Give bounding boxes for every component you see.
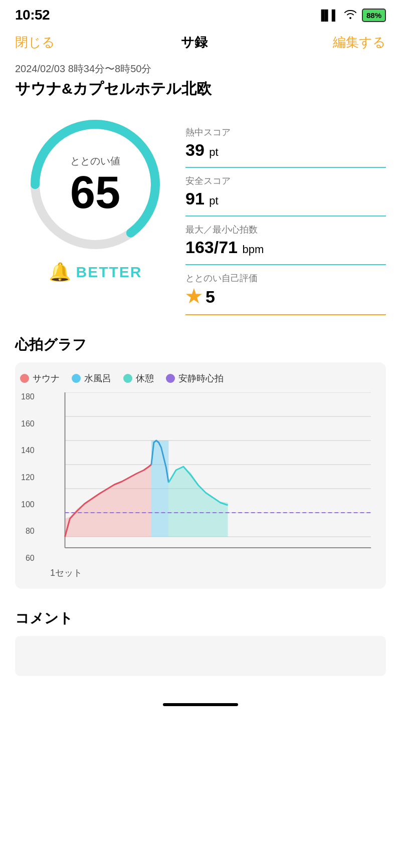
signal-icon: ▐▌▌ [317,10,339,21]
graph-area: 180 160 140 120 100 80 60 [50,392,376,563]
main-content: 2024/02/03 8時34分〜8時50分 サウナ&カプセルホテル北欧 ととの… [0,57,401,315]
bell-icon: 🔔 [49,262,71,283]
wifi-icon [344,9,357,22]
legend-heartrate: 安静時心拍 [166,372,224,384]
nav-bar: 閉じる サ録 編集する [0,27,401,57]
rating-number: 5 [206,287,215,307]
stat-heartrate-value: 163/71 bpm [185,238,386,257]
y-label-160: 160 [21,419,35,428]
stat-heat-label: 熱中スコア [185,126,386,138]
stat-safety-value: 91 pt [185,189,386,208]
graph-section-title: 心拍グラフ [15,335,386,354]
stat-heartrate-label: 最大／最小心拍数 [185,224,386,236]
home-indicator [163,703,238,706]
circle-gauge-container: ととのい値 65 🔔 BETTER [15,114,175,283]
circle-value: 65 [70,170,120,215]
graph-legend: サウナ 水風呂 休憩 安静時心拍 [20,372,376,384]
stat-heartrate: 最大／最小心拍数 163/71 bpm [185,216,386,265]
stat-heat: 熱中スコア 39 pt [185,119,386,168]
legend-dot-sauna [20,374,29,383]
svg-marker-11 [65,465,151,537]
y-label-100: 100 [21,500,35,509]
legend-label-rest: 休憩 [136,372,154,384]
stat-rating: ととのい自己評価 ★ 5 [185,265,386,315]
legend-dot-rest [123,374,132,383]
x-label: 1セット [50,567,376,579]
status-time: 10:52 [15,7,50,23]
comment-section: コメント [0,609,401,676]
x-label-text: 1セット [50,568,82,578]
comment-section-title: コメント [15,609,386,628]
star-icon: ★ [185,286,202,307]
legend-label-mizuburo: 水風呂 [84,372,111,384]
stats-row: ととのい値 65 🔔 BETTER 熱中スコア 39 pt 安全スコア 91 p… [15,114,386,315]
y-label-140: 140 [21,446,35,455]
heart-rate-chart [50,392,376,563]
y-label-120: 120 [21,473,35,482]
circle-svg: ととのい値 65 [25,114,165,255]
legend-dot-mizuburo [72,374,81,383]
y-label-80: 80 [21,527,35,536]
stat-rating-label: ととのい自己評価 [185,272,386,284]
home-indicator-area [0,676,401,716]
graph-section: 心拍グラフ サウナ 水風呂 休憩 安静時心拍 180 [0,335,401,589]
y-axis: 180 160 140 120 100 80 60 [21,392,35,563]
legend-label-sauna: サウナ [33,372,60,384]
better-label: BETTER [76,264,142,281]
circle-inner: ととのい値 65 [70,154,120,215]
y-label-180: 180 [21,392,35,401]
edit-button[interactable]: 編集する [333,34,386,51]
comment-area [15,636,386,676]
legend-mizuburo: 水風呂 [72,372,111,384]
legend-dot-heart [166,374,175,383]
legend-sauna: サウナ [20,372,60,384]
legend-rest: 休憩 [123,372,154,384]
y-label-60: 60 [21,554,35,563]
stat-safety: 安全スコア 91 pt [185,168,386,216]
svg-rect-12 [151,441,168,537]
close-button[interactable]: 閉じる [15,34,55,51]
stat-safety-label: 安全スコア [185,175,386,187]
status-bar: 10:52 ▐▌▌ 88% [0,0,401,27]
better-row: 🔔 BETTER [49,262,142,283]
nav-title: サ録 [181,34,208,51]
venue-name: サウナ&カプセルホテル北欧 [15,79,386,99]
stat-heat-value: 39 pt [185,140,386,160]
legend-label-heartrate: 安静時心拍 [178,372,224,384]
battery-indicator: 88% [362,9,386,22]
status-icons: ▐▌▌ 88% [317,9,386,22]
stat-rating-value: ★ 5 [185,286,386,307]
right-stats: 熱中スコア 39 pt 安全スコア 91 pt 最大／最小心拍数 163/71 … [185,114,386,315]
circle-label: ととのい値 [70,154,120,168]
graph-container: サウナ 水風呂 休憩 安静時心拍 180 160 140 120 100 [15,362,386,589]
date-range: 2024/02/03 8時34分〜8時50分 [15,62,386,76]
